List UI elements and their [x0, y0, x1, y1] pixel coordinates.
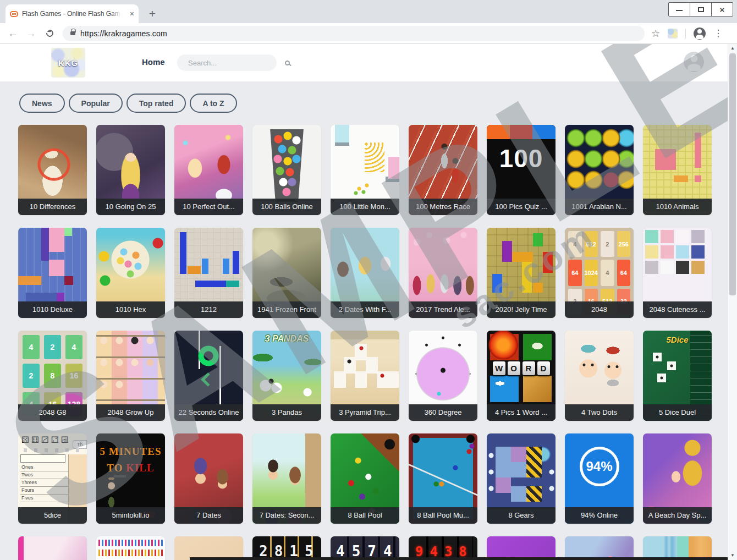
game-title: 8 Gears	[487, 507, 556, 524]
nav-home-link[interactable]: Home	[142, 57, 165, 67]
site-logo[interactable]: KKG	[51, 48, 85, 78]
game-thumbnail	[643, 536, 712, 560]
minimize-button[interactable]	[669, 3, 690, 16]
game-tile[interactable]: 100 Little Mon...	[331, 125, 399, 215]
game-tile[interactable]: A Beach Day Sp...	[643, 433, 712, 524]
game-tile[interactable]: 2020! Jelly Time	[487, 228, 556, 318]
game-tile[interactable]: 2815	[252, 536, 321, 560]
filter-top-rated[interactable]: Top rated	[127, 94, 186, 113]
game-tile[interactable]: 1010 Deluxe	[18, 228, 87, 318]
game-tile[interactable]: 2017 Trend Ale...	[409, 228, 477, 318]
game-tile[interactable]: 2048 Cuteness ...	[643, 228, 712, 318]
game-tile[interactable]: 7 Dates: Secon...	[252, 433, 321, 524]
back-button[interactable]: ←	[8, 28, 18, 40]
user-avatar[interactable]	[684, 52, 704, 72]
game-title: 2048 G8	[18, 404, 87, 421]
game-tile[interactable]: 22 Seconds Online	[174, 331, 243, 421]
maximize-button[interactable]	[690, 3, 711, 16]
game-tile[interactable]: 2048 Grow Up	[96, 331, 165, 421]
game-title: 8 Ball Pool	[331, 507, 399, 524]
game-tile[interactable]: ⚄⚅⚂⚁⚀AllThPOnesTwosThreesFoursFives5dice	[18, 433, 87, 524]
game-title: 7 Dates	[174, 507, 243, 524]
game-tile[interactable]: 10 Going On 25	[96, 125, 165, 215]
game-tile[interactable]: 360 Degree	[409, 331, 477, 421]
game-tile[interactable]: 2 Dates With F...	[331, 228, 399, 318]
game-grid: 10 Differences10 Going On 2510 Perfect O…	[18, 125, 712, 560]
close-button[interactable]: ×	[711, 3, 733, 16]
game-tile[interactable]: 100 Balls Online	[252, 125, 321, 215]
game-tile[interactable]: 8 Ball Pool	[331, 433, 399, 524]
minimize-icon	[676, 10, 683, 11]
filter-popular[interactable]: Popular	[69, 94, 123, 113]
game-tile[interactable]: 45122256641024464216512322048	[565, 228, 634, 318]
filter-news[interactable]: News	[19, 94, 65, 113]
site-logo-text: KKG	[58, 58, 78, 68]
extension-icon[interactable]	[668, 29, 678, 39]
game-tile[interactable]: 1010 Hex	[96, 228, 165, 318]
game-thumbnail: 9438	[409, 536, 477, 560]
filter-a-to-z[interactable]: A to Z	[190, 94, 237, 113]
window-controls: ×	[668, 2, 733, 17]
forward-button[interactable]: →	[26, 28, 36, 40]
game-tile[interactable]	[96, 536, 165, 560]
game-tile[interactable]: 10 Perfect Out...	[174, 125, 243, 215]
game-title: 100 Balls Online	[252, 199, 321, 215]
scroll-up-arrow[interactable]: ▲	[728, 44, 737, 53]
game-tile[interactable]	[18, 536, 87, 560]
game-tile[interactable]	[565, 536, 634, 560]
new-tab-button[interactable]: +	[145, 7, 160, 21]
thumb-text: 5Dice	[643, 335, 712, 344]
game-tile[interactable]: 4 Two Dots	[565, 331, 634, 421]
browser-tab-strip: Flash Games - Online Flash Game × + ×	[0, 0, 737, 23]
game-tile[interactable]: 9438	[409, 536, 477, 560]
game-tile[interactable]: 3 Pyramid Trip...	[331, 331, 399, 421]
game-tile[interactable]: 5Dice5 Dice Duel	[643, 331, 712, 421]
game-tile[interactable]: 3 PANDAS3 Pandas	[252, 331, 321, 421]
game-thumbnail	[174, 536, 243, 560]
game-title: 10 Going On 25	[96, 199, 165, 215]
game-title: 3 Pandas	[252, 404, 321, 421]
game-tile[interactable]: 42428164161282048 G8	[18, 331, 87, 421]
game-tile[interactable]: 7 Dates	[174, 433, 243, 524]
word-letter-tiles: WORD	[487, 361, 556, 375]
game-tile[interactable]: 8 Gears	[487, 433, 556, 524]
game-title: 2048 Cuteness ...	[643, 301, 712, 318]
address-bar[interactable]: https://krakragames.com	[63, 26, 645, 41]
browser-profile-icon[interactable]	[694, 28, 706, 40]
search-input[interactable]	[188, 59, 285, 67]
site-favicon-icon	[10, 11, 18, 17]
game-tile[interactable]: 100 Metres Race	[409, 125, 477, 215]
site-header: KKG Home	[0, 44, 737, 81]
game-tile[interactable]: 10 Differences	[18, 125, 87, 215]
scrollbar-track[interactable]: ▲ ▼	[728, 44, 737, 560]
game-tile[interactable]: 8 Ball Pool Mu...	[409, 433, 477, 524]
game-tile[interactable]: 94%94% Online	[565, 433, 634, 524]
game-tile[interactable]: 5 MINUTESTO KILL5mintokill.io	[96, 433, 165, 524]
game-tile[interactable]: 100100 Pics Quiz ...	[487, 125, 556, 215]
browser-tab[interactable]: Flash Games - Online Flash Game ×	[6, 4, 139, 23]
game-title: 1941 Frozen Front	[252, 301, 321, 318]
scroll-down-arrow[interactable]: ▼	[728, 551, 737, 560]
search-icon[interactable]	[285, 61, 290, 65]
game-tile[interactable]: 1941 Frozen Front	[252, 228, 321, 318]
game-tile[interactable]	[643, 536, 712, 560]
reload-button[interactable]	[45, 28, 54, 38]
game-tile[interactable]: 4574	[331, 536, 399, 560]
game-tile[interactable]: 1010 Animals	[643, 125, 712, 215]
game-title: 10 Perfect Out...	[174, 199, 243, 215]
lock-icon	[70, 31, 75, 35]
tab-close-icon[interactable]: ×	[130, 10, 134, 18]
search-bar[interactable]	[177, 54, 277, 71]
game-tile[interactable]	[487, 536, 556, 560]
game-title: 100 Metres Race	[409, 199, 477, 215]
thumb-text-line: 5 MINUTES	[96, 446, 165, 458]
game-tile[interactable]: 1212	[174, 228, 243, 318]
game-title: 1010 Hex	[96, 301, 165, 318]
game-title: 2048 Grow Up	[96, 404, 165, 421]
bookmark-star-icon[interactable]: ☆	[651, 28, 660, 40]
browser-menu-icon[interactable]: ⋮	[713, 28, 723, 39]
game-tile[interactable]: WORD4 Pics 1 Word ...	[487, 331, 556, 421]
scrollbar-thumb[interactable]	[729, 53, 736, 295]
game-tile[interactable]: 1001 Arabian N...	[565, 125, 634, 215]
game-tile[interactable]	[174, 536, 243, 560]
